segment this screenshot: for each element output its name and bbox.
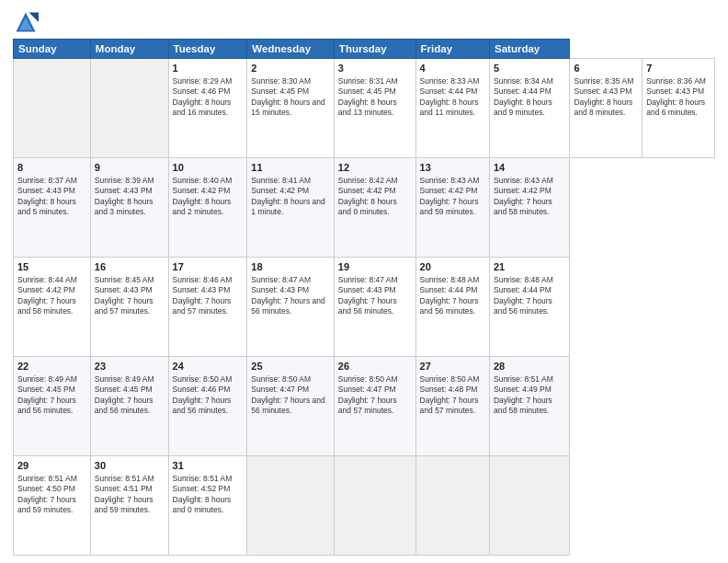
calendar-cell: 17Sunrise: 8:46 AMSunset: 4:43 PMDayligh…	[168, 258, 247, 357]
day-number: 25	[251, 360, 330, 373]
daylight-label: Daylight: 7 hours and 56 minutes.	[251, 296, 324, 316]
day-number: 29	[17, 459, 86, 473]
calendar-header-row: SundayMondayTuesdayWednesdayThursdayFrid…	[14, 40, 715, 59]
day-number: 27	[420, 360, 485, 373]
daylight-label: Daylight: 7 hours and 57 minutes.	[173, 296, 232, 316]
sunrise-label: Sunrise: 8:37 AM	[17, 176, 77, 185]
calendar-cell: 19Sunrise: 8:47 AMSunset: 4:43 PMDayligh…	[334, 258, 415, 357]
daylight-label: Daylight: 8 hours and 9 minutes.	[494, 98, 552, 117]
sunrise-label: Sunrise: 8:39 AM	[95, 176, 154, 185]
day-number: 7	[646, 62, 711, 75]
daylight-label: Daylight: 7 hours and 56 minutes.	[338, 296, 397, 316]
sunrise-label: Sunrise: 8:50 AM	[173, 374, 233, 384]
sunset-label: Sunset: 4:42 PM	[17, 285, 75, 294]
calendar-cell: 4Sunrise: 8:33 AMSunset: 4:44 PMDaylight…	[415, 59, 489, 158]
calendar-week-5: 29Sunrise: 8:51 AMSunset: 4:50 PMDayligh…	[14, 456, 715, 556]
daylight-label: Daylight: 7 hours and 56 minutes.	[420, 296, 479, 316]
daylight-label: Daylight: 7 hours and 56 minutes.	[17, 396, 76, 415]
sunrise-label: Sunrise: 8:46 AM	[173, 275, 233, 284]
day-number: 16	[95, 260, 165, 274]
sunset-label: Sunset: 4:43 PM	[251, 285, 309, 294]
sunrise-label: Sunrise: 8:50 AM	[251, 374, 311, 384]
daylight-label: Daylight: 7 hours and 59 minutes.	[17, 495, 76, 514]
daylight-label: Daylight: 8 hours and 8 minutes.	[574, 98, 632, 117]
sunset-label: Sunset: 4:42 PM	[420, 186, 478, 195]
sunset-label: Sunset: 4:45 PM	[95, 385, 153, 394]
calendar-cell	[489, 456, 570, 556]
day-number: 2	[251, 62, 330, 75]
sunset-label: Sunset: 4:42 PM	[338, 186, 396, 195]
sunrise-label: Sunrise: 8:51 AM	[173, 474, 233, 483]
sunset-label: Sunset: 4:43 PM	[646, 86, 704, 96]
col-header-monday: Monday	[90, 40, 168, 59]
calendar-table: SundayMondayTuesdayWednesdayThursdayFrid…	[13, 39, 715, 556]
calendar-cell: 9Sunrise: 8:39 AMSunset: 4:43 PMDaylight…	[90, 158, 168, 258]
calendar-cell: 6Sunrise: 8:35 AMSunset: 4:43 PMDaylight…	[570, 59, 643, 158]
calendar-cell	[247, 456, 335, 556]
day-number: 8	[17, 161, 86, 175]
sunset-label: Sunset: 4:44 PM	[420, 86, 478, 96]
sunset-label: Sunset: 4:45 PM	[338, 86, 396, 96]
day-number: 23	[95, 360, 165, 373]
sunrise-label: Sunrise: 8:48 AM	[494, 275, 553, 284]
sunset-label: Sunset: 4:44 PM	[420, 285, 478, 294]
calendar-cell: 20Sunrise: 8:48 AMSunset: 4:44 PMDayligh…	[415, 258, 489, 357]
day-number: 18	[251, 260, 330, 274]
sunrise-label: Sunrise: 8:34 AM	[494, 76, 553, 86]
calendar-cell: 27Sunrise: 8:50 AMSunset: 4:48 PMDayligh…	[415, 357, 489, 456]
calendar-cell: 1Sunrise: 8:29 AMSunset: 4:46 PMDaylight…	[168, 59, 247, 158]
sunrise-label: Sunrise: 8:40 AM	[173, 176, 233, 185]
calendar-week-4: 22Sunrise: 8:49 AMSunset: 4:45 PMDayligh…	[14, 357, 715, 456]
sunset-label: Sunset: 4:43 PM	[338, 285, 396, 294]
day-number: 3	[338, 62, 412, 75]
sunrise-label: Sunrise: 8:47 AM	[251, 275, 311, 284]
calendar-cell: 16Sunrise: 8:45 AMSunset: 4:43 PMDayligh…	[90, 258, 168, 357]
calendar-cell: 30Sunrise: 8:51 AMSunset: 4:51 PMDayligh…	[90, 456, 168, 556]
day-number: 21	[494, 260, 566, 274]
sunset-label: Sunset: 4:52 PM	[173, 484, 231, 493]
sunrise-label: Sunrise: 8:49 AM	[95, 374, 154, 384]
day-number: 13	[420, 161, 485, 175]
daylight-label: Daylight: 7 hours and 58 minutes.	[17, 296, 76, 316]
sunrise-label: Sunrise: 8:43 AM	[494, 176, 553, 185]
day-number: 12	[338, 161, 412, 175]
sunset-label: Sunset: 4:51 PM	[95, 484, 153, 493]
calendar-cell: 22Sunrise: 8:49 AMSunset: 4:45 PMDayligh…	[14, 357, 91, 456]
daylight-label: Daylight: 8 hours and 16 minutes.	[173, 98, 232, 117]
sunrise-label: Sunrise: 8:47 AM	[338, 275, 398, 284]
day-number: 22	[17, 360, 86, 373]
calendar-cell: 26Sunrise: 8:50 AMSunset: 4:47 PMDayligh…	[334, 357, 415, 456]
daylight-label: Daylight: 8 hours and 0 minutes.	[173, 495, 232, 514]
sunrise-label: Sunrise: 8:45 AM	[95, 275, 154, 284]
col-header-thursday: Thursday	[334, 40, 415, 59]
daylight-label: Daylight: 8 hours and 2 minutes.	[173, 197, 232, 216]
calendar-cell: 25Sunrise: 8:50 AMSunset: 4:47 PMDayligh…	[247, 357, 335, 456]
day-number: 20	[420, 260, 485, 274]
day-number: 11	[251, 161, 330, 175]
calendar-cell: 18Sunrise: 8:47 AMSunset: 4:43 PMDayligh…	[247, 258, 335, 357]
daylight-label: Daylight: 8 hours and 1 minute.	[251, 197, 324, 216]
sunset-label: Sunset: 4:43 PM	[95, 186, 153, 195]
sunset-label: Sunset: 4:47 PM	[251, 385, 309, 394]
day-number: 30	[95, 459, 165, 473]
sunset-label: Sunset: 4:47 PM	[338, 385, 396, 394]
day-number: 1	[173, 62, 244, 75]
calendar-cell	[415, 456, 489, 556]
calendar-cell: 31Sunrise: 8:51 AMSunset: 4:52 PMDayligh…	[168, 456, 247, 556]
sunrise-label: Sunrise: 8:51 AM	[494, 374, 553, 384]
sunrise-label: Sunrise: 8:41 AM	[251, 176, 311, 185]
daylight-label: Daylight: 7 hours and 56 minutes.	[173, 396, 232, 415]
daylight-label: Daylight: 8 hours and 6 minutes.	[646, 98, 705, 117]
daylight-label: Daylight: 7 hours and 56 minutes.	[494, 296, 552, 316]
day-number: 9	[95, 161, 165, 175]
sunrise-label: Sunrise: 8:51 AM	[95, 474, 154, 483]
col-header-wednesday: Wednesday	[247, 40, 335, 59]
daylight-label: Daylight: 7 hours and 59 minutes.	[420, 197, 479, 216]
sunrise-label: Sunrise: 8:35 AM	[574, 76, 633, 86]
sunrise-label: Sunrise: 8:43 AM	[420, 176, 480, 185]
calendar-cell: 23Sunrise: 8:49 AMSunset: 4:45 PMDayligh…	[90, 357, 168, 456]
daylight-label: Daylight: 8 hours and 5 minutes.	[17, 197, 76, 216]
calendar-cell: 29Sunrise: 8:51 AMSunset: 4:50 PMDayligh…	[14, 456, 91, 556]
sunset-label: Sunset: 4:46 PM	[173, 385, 231, 394]
calendar-cell: 3Sunrise: 8:31 AMSunset: 4:45 PMDaylight…	[334, 59, 415, 158]
